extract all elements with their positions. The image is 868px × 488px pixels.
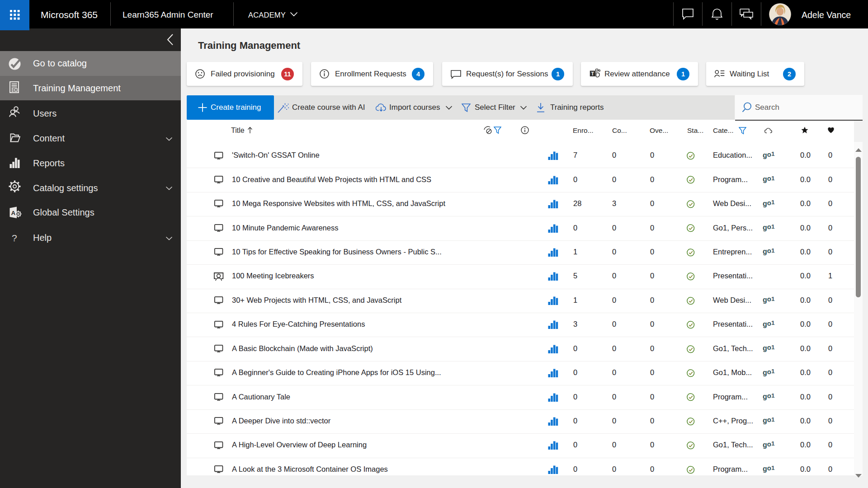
svg-text:A: A [11,210,16,216]
svg-text:T: T [591,71,594,76]
